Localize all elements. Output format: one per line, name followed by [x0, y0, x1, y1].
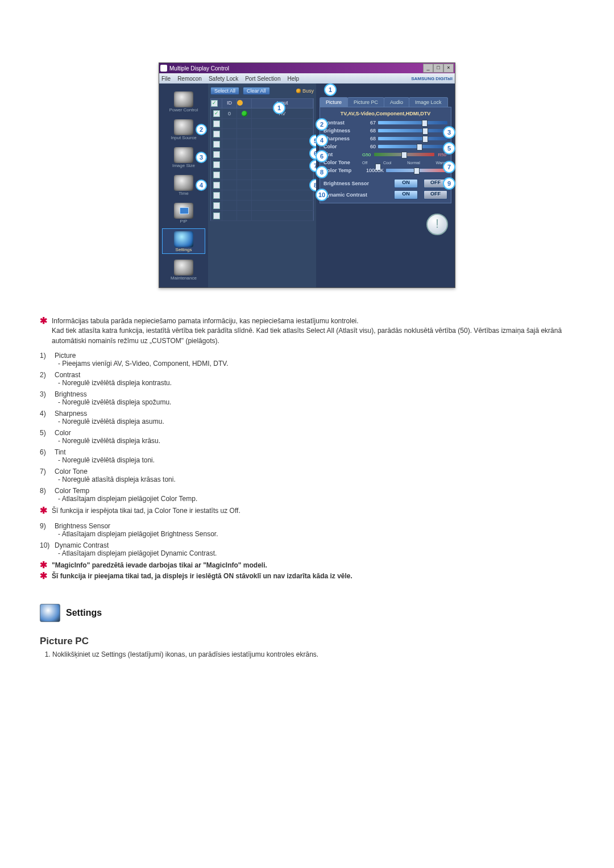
row-checkbox[interactable]: [213, 161, 220, 168]
panel-title: TV,AV,S-Video,Component,HDMI,DTV: [323, 110, 447, 119]
tab-imagelock[interactable]: Image Lock: [409, 97, 448, 107]
definition-item: Color Tone- Noregulē atlasītā displeja k…: [40, 468, 574, 483]
star-icon: ✱: [40, 561, 47, 570]
imagesize-icon: [174, 147, 193, 163]
definition-item: Contrast- Noregulē izvēlētā displeja kon…: [40, 371, 574, 387]
sidebar-item-settings[interactable]: Settings: [162, 228, 205, 254]
row-checkbox[interactable]: [213, 131, 220, 137]
minimize-button[interactable]: _: [423, 64, 433, 73]
row-checkbox[interactable]: [213, 192, 220, 199]
sidebar-item-input[interactable]: Input Source 2: [163, 117, 205, 141]
row-id: [222, 190, 237, 200]
slider-tint[interactable]: [374, 153, 434, 156]
menu-remocon[interactable]: Remocon: [177, 76, 202, 82]
table-row[interactable]: [210, 139, 314, 149]
row-id: 0: [222, 108, 237, 118]
titlebar: Multiple Display Control _ □ ×: [159, 63, 455, 73]
row-checkbox[interactable]: [213, 212, 220, 219]
sidebar-item-power[interactable]: Power Control: [163, 89, 205, 114]
sidebar-item-maintenance[interactable]: Maintenance: [163, 257, 205, 282]
maximize-button[interactable]: □: [433, 64, 443, 73]
callout-tabs: 1: [324, 84, 337, 96]
menu-safetylock[interactable]: Safety Lock: [209, 76, 238, 82]
row-checkbox[interactable]: [213, 172, 220, 178]
tab-picture[interactable]: Picture: [320, 97, 348, 107]
mid-note: Šī funkcija ir iespējota tikai tad, ja C…: [52, 506, 240, 516]
settings-section-icon: [40, 604, 60, 622]
row-input: [252, 190, 313, 200]
close-button[interactable]: ×: [443, 64, 454, 73]
row-input: [252, 180, 313, 190]
row-checkbox[interactable]: [213, 182, 220, 189]
clear-all-button[interactable]: Clear All: [243, 87, 270, 95]
definition-item: Color- Noregulē izvēlētā displeja krāsu.: [40, 429, 574, 445]
menu-portselection[interactable]: Port Selection: [245, 76, 280, 82]
row-input: [252, 201, 313, 210]
dynamic-contrast-off[interactable]: OFF: [424, 190, 447, 199]
star-icon: ✱: [40, 571, 47, 581]
definitions-list-2: Brightness Sensor- Atlasītajam displejam…: [40, 522, 574, 557]
row-brightness-sensor: Brightness Sensor ON OFF 9: [323, 178, 447, 189]
table-row[interactable]: [210, 129, 314, 139]
table-row[interactable]: [210, 119, 314, 129]
slider-sharpness[interactable]: [378, 137, 447, 140]
menu-file[interactable]: File: [161, 76, 171, 82]
table-row[interactable]: [210, 180, 314, 190]
sidebar-item-pip[interactable]: PIP: [163, 201, 205, 225]
row-checkbox[interactable]: [213, 110, 220, 117]
row-checkbox[interactable]: [213, 120, 220, 127]
callout-mid-1: 1: [273, 102, 285, 114]
table-row[interactable]: [210, 190, 314, 201]
power-icon: [174, 91, 193, 107]
table-row[interactable]: 0AV: [210, 108, 314, 119]
table-row[interactable]: [210, 170, 314, 180]
definition-item: Brightness Sensor- Atlasītajam displejam…: [40, 522, 574, 538]
row-checkbox[interactable]: [213, 202, 220, 209]
sidebar-item-imagesize[interactable]: Image Size 3: [163, 145, 205, 169]
callout-3: 3: [196, 152, 207, 163]
row-contrast: 2 Contrast 67: [323, 119, 447, 127]
row-id: [222, 211, 237, 220]
brightness-sensor-on[interactable]: ON: [394, 179, 418, 188]
row-id: [222, 160, 237, 169]
definition-item: Color Temp- Atlasītajam displejam pielāg…: [40, 487, 574, 503]
row-id: [222, 170, 237, 180]
row-input: [252, 211, 313, 220]
row-input: [252, 170, 313, 180]
tab-audio[interactable]: Audio: [384, 97, 409, 107]
header-checkbox[interactable]: [211, 100, 218, 107]
row-checkbox[interactable]: [213, 141, 220, 148]
tab-picturepc[interactable]: Picture PC: [347, 97, 384, 107]
busy-indicator: Busy: [296, 88, 314, 94]
picture-panel: TV,AV,S-Video,Component,HDMI,DTV 2 Contr…: [320, 107, 451, 203]
row-id: [222, 139, 237, 149]
steps-list: Noklikšķiniet uz Settings (Iestatījumi) …: [40, 650, 574, 658]
titlebar-text: Multiple Display Control: [169, 65, 229, 72]
star-icon: ✱: [40, 506, 47, 515]
table-row[interactable]: [210, 211, 314, 221]
row-input: [252, 129, 313, 139]
table-row[interactable]: [210, 201, 314, 211]
slider-brightness[interactable]: [378, 129, 447, 132]
menu-help[interactable]: Help: [287, 76, 299, 82]
definition-item: Brightness- Noregulē izvēlētā displeja s…: [40, 390, 574, 406]
table-row[interactable]: [210, 149, 314, 160]
table-row[interactable]: [210, 160, 314, 170]
row-checkbox[interactable]: [213, 151, 220, 158]
slider-contrast[interactable]: [378, 121, 447, 124]
slider-colortemp[interactable]: [386, 169, 447, 172]
app-window: Multiple Display Control _ □ × File Remo…: [159, 62, 455, 288]
input-icon: [174, 119, 193, 135]
dynamic-contrast-on[interactable]: ON: [394, 190, 418, 199]
definitions-list: Picture- Pieejams vienīgi AV, S-Video, C…: [40, 352, 574, 503]
warning-icon: !: [426, 214, 448, 235]
definition-item: Sharpness- Noregulē izvēlētā displeja as…: [40, 410, 574, 425]
note-b: Šī funkcija ir pieejama tikai tad, ja di…: [52, 571, 352, 581]
select-all-button[interactable]: Select All: [210, 87, 239, 95]
busy-icon: [296, 89, 301, 93]
sidebar-item-time[interactable]: Time 4: [163, 173, 205, 197]
definition-item: Picture- Pieejams vienīgi AV, S-Video, C…: [40, 352, 574, 368]
section-title: Settings: [66, 608, 102, 618]
sub-title: Picture PC: [40, 636, 574, 647]
slider-color[interactable]: [378, 145, 447, 148]
